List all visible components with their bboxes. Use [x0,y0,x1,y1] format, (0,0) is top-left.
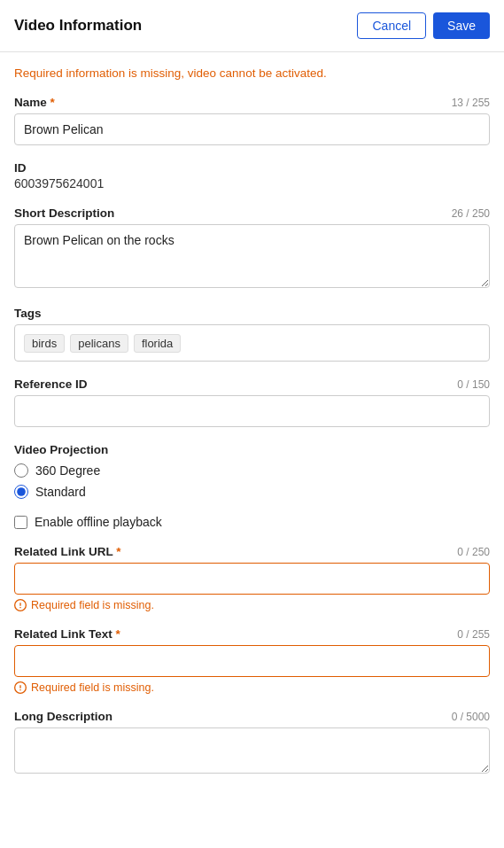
header-actions: Cancel Save [357,12,490,39]
related-link-url-field-header: Related Link URL * 0 / 250 [14,545,490,558]
short-description-field-group: Short Description 26 / 250 Brown Pelican… [14,206,490,291]
warning-icon [14,599,27,611]
related-link-url-field-group: Related Link URL * 0 / 250 Required fiel… [14,545,490,611]
tag-birds: birds [24,334,65,353]
video-projection-label: Video Projection [14,443,490,456]
short-description-input[interactable]: Brown Pelican on the rocks [14,224,490,288]
id-section: ID 6003975624001 [14,161,490,191]
offline-playback-label: Enable offline playback [35,515,162,529]
warning-icon-2 [14,681,27,694]
long-description-counter: 0 / 5000 [452,711,490,723]
related-link-text-counter: 0 / 255 [457,628,490,641]
radio-standard-input[interactable] [14,485,28,499]
reference-id-counter: 0 / 150 [457,378,490,391]
radio-360-text: 360 Degree [35,463,100,478]
related-link-text-input[interactable] [14,645,490,677]
video-projection-section: Video Projection 360 Degree Standard [14,443,490,499]
name-label: Name * [14,96,55,109]
related-link-url-error: Required field is missing. [14,599,490,611]
tag-florida: florida [134,334,181,353]
long-description-field-group: Long Description 0 / 5000 [14,710,490,776]
name-counter: 13 / 255 [452,97,490,109]
tags-field-group: Tags birds pelicans florida [14,307,490,362]
error-banner: Required information is missing, video c… [14,66,490,80]
name-field-group: Name * 13 / 255 [14,96,490,145]
id-label: ID [14,161,490,175]
content: Required information is missing, video c… [0,52,504,806]
cancel-button[interactable]: Cancel [357,12,426,39]
related-link-text-field-header: Related Link Text * 0 / 255 [14,627,490,641]
radio-standard-text: Standard [35,485,86,499]
radio-360-input[interactable] [14,463,28,478]
tags-container[interactable]: birds pelicans florida [14,324,490,362]
related-link-text-error: Required field is missing. [14,681,490,694]
related-link-url-label: Related Link URL * [14,545,121,558]
tag-pelicans: pelicans [70,334,128,353]
short-description-field-header: Short Description 26 / 250 [14,206,490,220]
offline-playback-item[interactable]: Enable offline playback [14,515,490,529]
radio-group: 360 Degree Standard [14,463,490,499]
short-description-counter: 26 / 250 [452,207,490,220]
reference-id-label: Reference ID [14,377,88,391]
long-description-field-header: Long Description 0 / 5000 [14,710,490,723]
related-link-text-field-group: Related Link Text * 0 / 255 Required fie… [14,627,490,694]
related-link-text-label: Related Link Text * [14,627,120,641]
tags-field-header: Tags [14,307,490,320]
page-title: Video Information [14,17,142,35]
related-link-url-input[interactable] [14,563,490,595]
long-description-label: Long Description [14,710,112,723]
long-description-input[interactable] [14,727,490,774]
tags-label: Tags [14,307,42,320]
header: Video Information Cancel Save [0,0,504,52]
radio-360-label[interactable]: 360 Degree [14,463,490,478]
name-field-header: Name * 13 / 255 [14,96,490,109]
reference-id-field-group: Reference ID 0 / 150 [14,377,490,427]
radio-standard-label[interactable]: Standard [14,485,490,499]
reference-id-field-header: Reference ID 0 / 150 [14,377,490,391]
save-button[interactable]: Save [433,12,490,39]
offline-playback-checkbox[interactable] [14,516,27,529]
short-description-label: Short Description [14,206,114,220]
name-input[interactable] [14,113,490,145]
id-value: 6003975624001 [14,176,490,191]
related-link-url-counter: 0 / 250 [457,546,490,558]
reference-id-input[interactable] [14,395,490,427]
